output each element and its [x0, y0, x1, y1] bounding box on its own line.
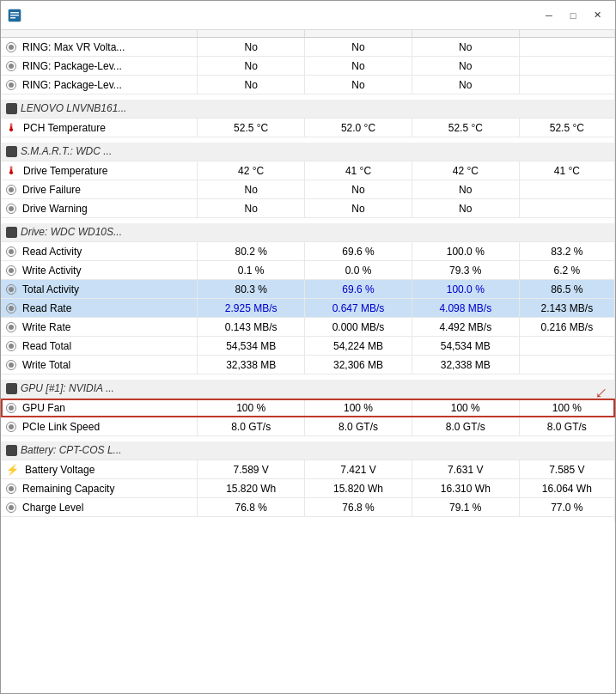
close-button[interactable]: ✕ [586, 7, 608, 24]
col-header-sensor [1, 30, 198, 38]
circle-icon [6, 403, 16, 413]
circle-icon [6, 341, 16, 351]
table-row: Read Rate 2.925 MB/s 0.647 MB/s 4.098 MB… [1, 299, 615, 318]
temp-icon: 🌡 [6, 164, 17, 177]
circle-icon [6, 247, 16, 257]
circle-icon [6, 284, 16, 295]
table-row: Charge Level 76.8 % 76.8 % 79.1 % 77.0 % [1, 498, 615, 517]
group-icon [6, 445, 17, 456]
circle-icon [6, 502, 16, 513]
group-icon [6, 103, 17, 114]
table-row: PCIe Link Speed 8.0 GT/s 8.0 GT/s 8.0 GT… [1, 417, 615, 436]
circle-icon [6, 204, 16, 214]
table-row: RING: Package-Lev... No No No [1, 57, 615, 76]
group-icon [6, 227, 17, 238]
circle-icon [6, 42, 16, 52]
table-row: Write Rate 0.143 MB/s 0.000 MB/s 4.492 M… [1, 318, 615, 337]
circle-icon [6, 61, 16, 71]
group-header-row: Drive: WDC WD10S... [1, 223, 615, 242]
table-row: Write Activity 0.1 % 0.0 % 79.3 % 6.2 % [1, 261, 615, 280]
table-row: Drive Warning No No No [1, 199, 615, 218]
circle-icon [6, 422, 16, 432]
svg-rect-2 [10, 15, 19, 16]
svg-rect-1 [10, 12, 19, 14]
col-header-maximum [412, 30, 519, 38]
circle-icon [6, 185, 16, 195]
table-row: Total Activity 80.3 % 69.6 % 100.0 % 86.… [1, 280, 615, 299]
group-header-row: LENOVO LNVNB161... [1, 100, 615, 119]
circle-icon [6, 322, 16, 332]
table-row: Read Activity 80.2 % 69.6 % 100.0 % 83.2… [1, 242, 615, 261]
group-header-row: S.M.A.R.T.: WDC ... [1, 143, 615, 161]
circle-icon [6, 265, 16, 276]
table-row: Remaining Capacity 15.820 Wh 15.820 Wh 1… [1, 479, 615, 498]
group-icon [6, 146, 17, 157]
col-header-minimum [305, 30, 412, 38]
minimize-button[interactable]: ─ [538, 7, 560, 24]
sensor-table-container: RING: Max VR Volta... No No No RING: Pac… [1, 30, 615, 693]
table-row: 🌡PCH Temperature 52.5 °C 52.0 °C 52.5 °C… [1, 119, 615, 137]
table-row: RING: Max VR Volta... No No No [1, 38, 615, 57]
circle-icon [6, 303, 16, 314]
circle-icon [6, 360, 16, 370]
group-icon [6, 383, 17, 394]
table-row: Drive Failure No No No [1, 180, 615, 199]
group-header-row: Battery: CPT-COS L... [1, 441, 615, 460]
circle-icon [6, 80, 16, 90]
group-header-row: GPU [#1]: NVIDIA ... [1, 380, 615, 399]
table-row: RING: Package-Lev... No No No [1, 76, 615, 94]
temp-icon: 🌡 [6, 121, 17, 134]
svg-rect-3 [10, 17, 15, 19]
col-header-current [198, 30, 305, 38]
table-row: 🌡Drive Temperature 42 °C 41 °C 42 °C 41 … [1, 161, 615, 180]
bolt-icon: ⚡ [6, 464, 19, 476]
app-icon [8, 9, 21, 22]
maximize-button[interactable]: □ [562, 7, 584, 24]
table-row: GPU Fan 100 % 100 % 100 % 100 % [1, 399, 615, 417]
table-row: Read Total 54,534 MB 54,224 MB 54,534 MB [1, 337, 615, 356]
table-row: Write Total 32,338 MB 32,306 MB 32,338 M… [1, 356, 615, 374]
table-row: ⚡Battery Voltage 7.589 V 7.421 V 7.631 V… [1, 460, 615, 479]
col-header-average [519, 30, 614, 38]
circle-icon [6, 484, 16, 494]
